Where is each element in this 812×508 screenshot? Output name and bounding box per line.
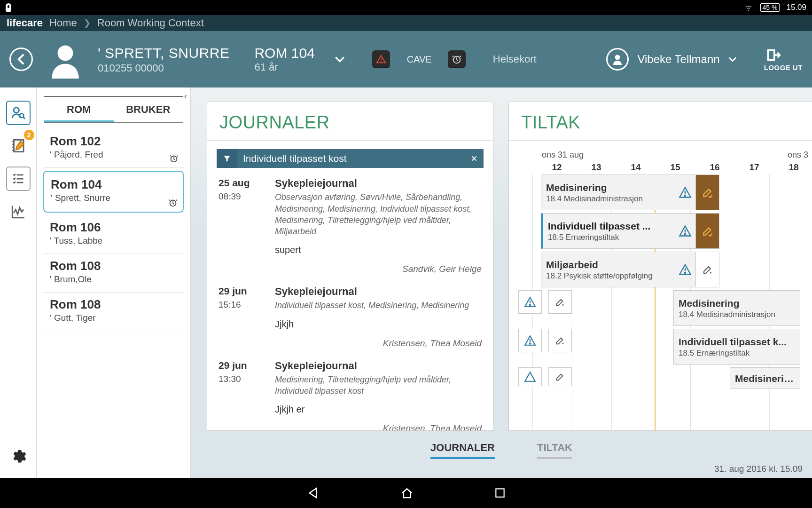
journal-entry[interactable]: 25 aug08:39 Sykepleiejournal Observasjon…: [219, 171, 482, 279]
room-item-selected[interactable]: Rom 104 ' Sprett, Snurre: [43, 171, 184, 213]
nav-home-button[interactable]: [400, 486, 414, 500]
tiltak-name: Individuell tilpasset ...: [548, 221, 670, 232]
room-person: ' Gutt, Tiger: [50, 313, 177, 323]
svg-point-0: [58, 45, 73, 61]
room-person: ' Brum,Ole: [50, 274, 177, 285]
svg-point-3: [615, 55, 620, 60]
filter-icon[interactable]: [217, 149, 237, 168]
chevron-down-icon: [728, 56, 737, 62]
room-name: Rom 106: [50, 220, 177, 235]
room-item[interactable]: Rom 108 ' Gutt, Tiger: [43, 293, 184, 331]
tab-bruker[interactable]: BRUKER: [114, 97, 183, 122]
tiltak-sub: 18.2 Psykisk støtte/oppfølging: [546, 271, 670, 281]
entry-type: Sykepleiejournal: [275, 177, 482, 190]
helsekort-link[interactable]: Helsekort: [493, 53, 537, 65]
patient-dropdown[interactable]: [335, 56, 345, 63]
tab-journaler[interactable]: JOURNALER: [430, 442, 495, 459]
settings-button[interactable]: [10, 448, 27, 465]
tiltak-name: Medisinering: [735, 373, 795, 384]
tiltak-sub: 18.5 Ernæringstiltak: [679, 349, 795, 358]
edit-done-icon[interactable]: [695, 214, 719, 248]
timeline-grid[interactable]: Medisinering18.4 Medisinadministrasjon I…: [532, 175, 812, 431]
toolbar-vitals[interactable]: [6, 199, 31, 224]
alarm-icon: [168, 198, 178, 208]
tiltak-item[interactable]: Medisinering18.4 Medisinadministrasjon: [673, 290, 800, 326]
patient-avatar-icon: [46, 40, 85, 79]
patient-header: ' SPRETT, SNURRE 010255 00000 ROM 104 61…: [0, 31, 812, 87]
tab-tiltak[interactable]: TILTAK: [537, 442, 572, 459]
journal-card: JOURNALER Individuell tilpasset kost × 2…: [207, 102, 493, 431]
timeline-header: ons 31 aug ons 3 12 13 14 15 16 17 18: [532, 150, 812, 176]
nav-recent-button[interactable]: [494, 487, 506, 499]
warning-icon: [675, 186, 695, 199]
nav-back-button[interactable]: [306, 486, 320, 500]
tiltak-sub: 18.4 Medisinadministrasjon: [546, 194, 670, 204]
room-item[interactable]: Rom 106 ' Tuss, Labbe: [43, 215, 184, 254]
room-item[interactable]: Rom 108 ' Brum,Ole: [43, 254, 184, 293]
toolbar-patient-search[interactable]: [6, 101, 31, 125]
journal-title: JOURNALER: [207, 102, 493, 140]
entry-author: Kristensen, Thea Moseid: [275, 338, 482, 349]
svg-point-11: [530, 304, 531, 305]
room-item[interactable]: Rom 102 ' Påjord, Fred: [43, 129, 184, 168]
edit-cell[interactable]: [548, 290, 572, 314]
entry-tags: Observasjon avføring, Søvn/Hvile, Sårbeh…: [275, 191, 482, 237]
journal-filter: Individuell tilpasset kost ×: [217, 149, 484, 168]
filter-clear-button[interactable]: ×: [465, 152, 484, 165]
tiltak-item[interactable]: Medisinering18.4 Medisinadministrasjon: [541, 175, 719, 210]
tiltak-item[interactable]: Miljøarbeid18.2 Psykisk støtte/oppfølgin…: [541, 252, 719, 287]
user-name: Vibeke Tellmann: [637, 53, 719, 66]
entry-tags: Individuell tilpasset kost, Medisinering…: [275, 300, 482, 311]
cave-warning-icon[interactable]: [372, 50, 390, 68]
edit-cell[interactable]: [548, 367, 572, 386]
room-list-panel: ROM BRUKER Rom 102 ' Påjord, Fred Rom 10…: [37, 87, 191, 478]
breadcrumb: lifecare Home ❯ Room Working Context: [0, 15, 812, 31]
edit-icon[interactable]: [695, 252, 719, 287]
breadcrumb-home[interactable]: Home: [49, 17, 77, 29]
tiltak-sub: 18.5 Ernæringstiltak: [548, 233, 670, 242]
tab-rom[interactable]: ROM: [44, 97, 114, 122]
timeline-hour: 12: [537, 162, 577, 173]
edit-cell[interactable]: [548, 329, 572, 352]
entry-tags: Medisinering, Tilrettelegging/hjelp ved …: [275, 374, 482, 397]
timeline-hour: 15: [656, 162, 695, 173]
tiltak-card: TILTAK ons 31 aug ons 3 12 13 14 15 16 1…: [508, 102, 812, 431]
tiltak-sub: 18.4 Medisinadministrasjon: [679, 310, 795, 319]
journal-entry[interactable]: 29 jun15:16 Sykepleiejournal Individuell…: [219, 279, 482, 353]
collapse-sidebar-button[interactable]: ‹: [184, 91, 193, 100]
main-area: ‹ 2 ROM BRUKER Rom 102 ' Påjord, Fred: [0, 87, 812, 478]
room-name: Rom 108: [50, 297, 177, 312]
svg-point-9: [685, 234, 686, 235]
timeline-hour: 14: [616, 162, 656, 173]
tiltak-item[interactable]: Individuell tilpasset k...18.5 Ernærings…: [673, 329, 800, 365]
journal-entry[interactable]: 29 jun13:30 Sykepleiejournal Medisinerin…: [219, 353, 482, 430]
tiltak-item-selected[interactable]: Individuell tilpasset ...18.5 Ernæringst…: [541, 213, 719, 249]
timeline-hour: 16: [695, 162, 734, 173]
entry-type: Sykepleiejournal: [275, 286, 482, 298]
room-person: ' Tuss, Labbe: [50, 236, 177, 246]
room-label: ROM 104: [254, 45, 314, 61]
toolbar-checklist[interactable]: [6, 167, 31, 191]
entry-time: 13:30: [219, 374, 261, 384]
warning-cell[interactable]: [518, 329, 542, 352]
toolbar-notes[interactable]: 2: [6, 134, 31, 158]
room-person: ' Påjord, Fred: [50, 150, 177, 160]
back-button[interactable]: [9, 48, 33, 71]
svg-point-1: [381, 61, 382, 62]
timeline-day: ons 31 aug: [542, 150, 584, 160]
breadcrumb-current: Room Working Context: [97, 17, 204, 29]
content-area: JOURNALER Individuell tilpasset kost × 2…: [191, 87, 812, 478]
user-menu[interactable]: Vibeke Tellmann: [606, 48, 736, 71]
room-person: ' Sprett, Snurre: [51, 193, 176, 203]
tiltak-item[interactable]: Medisinering: [730, 367, 800, 389]
alarm-badge-icon[interactable]: [448, 50, 466, 68]
notes-badge: 2: [24, 130, 34, 140]
tiltak-title: TILTAK: [509, 102, 812, 140]
warning-cell[interactable]: [518, 290, 542, 314]
svg-point-4: [14, 108, 19, 113]
timeline-hour: 13: [577, 162, 616, 173]
logout-button[interactable]: LOGGE UT: [764, 48, 803, 71]
edit-done-icon[interactable]: [695, 175, 719, 210]
warning-cell[interactable]: [518, 367, 542, 386]
lock-icon: [6, 3, 11, 12]
